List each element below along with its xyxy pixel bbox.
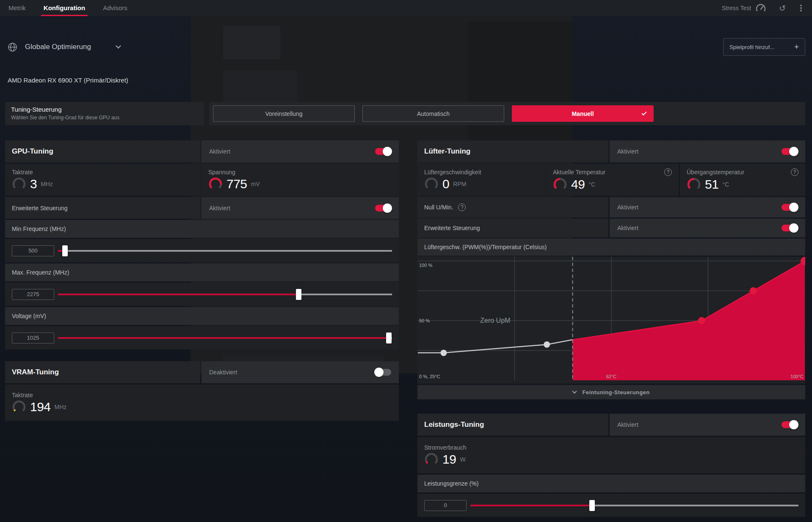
fan-curve-chart[interactable]: 100 %50 %0 %, 25°C62°C100°CZero UpM — [417, 257, 805, 384]
power-draw-label: Stromverbrauch — [424, 444, 467, 451]
svg-text:62°C: 62°C — [606, 374, 617, 379]
power-tuning-toggle[interactable] — [782, 421, 798, 428]
tab-konfiguration[interactable]: Konfiguration — [44, 0, 85, 16]
gpu-tuning-status: Aktiviert — [209, 148, 230, 155]
voltage-slider[interactable] — [58, 332, 392, 344]
current-temp-label: Aktuelle Temperatur — [553, 169, 605, 176]
gpu-tuning-panel: GPU-Tuning Aktiviert Taktrate 3 MHz Span… — [5, 140, 399, 349]
power-limit-slider[interactable] — [470, 500, 798, 511]
junction-temp-label: Übergangstemperatur — [687, 169, 744, 176]
fine-tuning-expander[interactable]: Feintuning-Steuerungen — [417, 385, 805, 399]
vram-clock-value: 194 — [30, 400, 51, 414]
min-frequency-label-cell: Min Frequenz (MHz) — [5, 220, 399, 238]
vram-tuning-title: VRAM-Tuning — [12, 368, 59, 376]
check-icon — [641, 110, 646, 115]
zero-rpm-status-cell: Aktiviert — [610, 197, 805, 217]
tuning-option-preset[interactable]: Voreinstellung — [213, 105, 355, 122]
help-icon[interactable] — [458, 203, 466, 211]
gpu-voltage-value: 775 — [226, 177, 247, 191]
tab-advisors[interactable]: Advisors — [103, 0, 127, 16]
fan-tuning-panel: Lüfter-Tuning Aktiviert Lüftergeschwindi… — [417, 140, 805, 399]
power-limit-input[interactable] — [424, 500, 467, 511]
gpu-name: AMD Radeon RX 6900 XT (Primär/Diskret) — [8, 77, 128, 84]
vram-tuning-header: VRAM-Tuning — [5, 361, 200, 383]
help-icon[interactable] — [664, 168, 672, 176]
profile-selector[interactable]: Globale Optimierung — [8, 41, 120, 53]
vram-tuning-toggle[interactable] — [375, 369, 391, 376]
power-limit-slider-cell — [417, 494, 805, 517]
gpu-tuning-toggle[interactable] — [375, 148, 391, 155]
fan-chart-title: Lüftergeschw. (PWM(%))/Temperatur (Celsi… — [424, 244, 547, 250]
slider-handle[interactable] — [62, 245, 68, 256]
gpu-clock-gauge: Taktrate 3 MHz — [5, 164, 200, 196]
max-frequency-input[interactable] — [12, 289, 54, 300]
tuning-option-manual[interactable]: Manuell — [512, 105, 654, 122]
voltage-label-cell: Voltage (mV) — [5, 307, 399, 325]
gpu-voltage-unit: mV — [251, 181, 260, 187]
profile-selector-label: Globale Optimierung — [25, 43, 91, 51]
tuning-level-options: Voreinstellung Automatisch Manuell — [209, 102, 805, 125]
chevron-down-icon — [116, 43, 121, 49]
add-game-profile-button[interactable]: Spielprofil hinzuf... — [723, 38, 805, 56]
gpu-tuning-header: GPU-Tuning — [5, 140, 200, 162]
vram-tuning-panel: VRAM-Tuning Deaktiviert Taktrate 194 MHz — [5, 361, 399, 421]
power-tuning-panel: Leistungs-Tuning Aktiviert Stromverbrauc… — [417, 414, 805, 517]
min-frequency-slider-cell — [5, 239, 399, 262]
help-icon[interactable] — [791, 168, 798, 176]
zero-rpm-toggle[interactable] — [782, 204, 798, 211]
globe-icon — [8, 42, 17, 52]
stress-test-button[interactable]: Stress Test — [722, 4, 766, 13]
voltage-label: Voltage (mV) — [12, 313, 46, 319]
dimmed-background-block — [223, 26, 280, 59]
vram-clock-label: Taktrate — [12, 392, 33, 398]
slider-handle[interactable] — [296, 289, 301, 300]
tuning-option-automatic[interactable]: Automatisch — [362, 105, 504, 122]
zero-rpm-label: Null U/Min. — [424, 204, 453, 211]
gpu-clock-value: 3 — [30, 177, 37, 191]
voltage-input[interactable] — [12, 332, 54, 343]
topbar-actions: Stress Test — [722, 3, 804, 13]
vram-clock-gauge: Taktrate 194 MHz — [5, 385, 399, 421]
slider-handle[interactable] — [589, 500, 595, 511]
fine-tuning-label: Feintuning-Steuerungen — [582, 389, 649, 396]
max-frequency-label: Max. Frequenz (MHz) — [12, 269, 69, 276]
reset-icon[interactable] — [779, 3, 786, 13]
fan-tuning-toggle[interactable] — [782, 148, 798, 155]
slider-handle[interactable] — [386, 332, 392, 343]
power-tuning-status-cell: Aktiviert — [610, 414, 805, 436]
min-frequency-slider[interactable] — [58, 245, 392, 257]
vram-clock-unit: MHz — [55, 404, 67, 410]
tab-metrik[interactable]: Metrik — [8, 0, 26, 16]
vram-tuning-status: Deaktiviert — [209, 369, 237, 376]
fan-chart-title-cell: Lüftergeschw. (PWM(%))/Temperatur (Celsi… — [417, 239, 805, 256]
fan-speed-value: 0 — [442, 177, 449, 191]
power-limit-label-cell: Leistungsgrenze (%) — [417, 475, 805, 492]
main-nav: Metrik Konfiguration Advisors — [8, 0, 127, 16]
fan-speed-gauge: Lüftergeschwindigkeit 0 RPM — [417, 164, 545, 196]
max-frequency-slider[interactable] — [58, 288, 392, 300]
gauge-icon — [755, 4, 766, 13]
max-frequency-label-cell: Max. Frequenz (MHz) — [5, 264, 399, 281]
tuning-control-bar: Tuning-Steuerung Wählen Sie den Tuning-G… — [5, 102, 805, 125]
fan-tuning-title: Lüfter-Tuning — [424, 147, 470, 156]
fan-tuning-header: Lüfter-Tuning — [417, 140, 608, 162]
overflow-menu-icon[interactable] — [800, 7, 802, 9]
tuning-option-label: Manuell — [572, 110, 594, 117]
fan-advanced-toggle[interactable] — [782, 225, 798, 231]
zero-rpm-label-cell: Null U/Min. — [417, 197, 608, 217]
min-frequency-input[interactable] — [12, 245, 54, 256]
gpu-advanced-control-label: Erweiterte Steuerung — [12, 205, 68, 212]
gpu-tuning-title: GPU-Tuning — [12, 147, 53, 156]
tuning-option-label: Automatisch — [417, 110, 450, 117]
stress-test-label: Stress Test — [722, 5, 751, 11]
current-temp-gauge: Aktuelle Temperatur 49 °C — [546, 164, 679, 196]
power-limit-label: Leistungsgrenze (%) — [424, 480, 478, 487]
svg-text:100 %: 100 % — [419, 263, 432, 268]
fan-advanced-status-cell: Aktiviert — [610, 219, 805, 237]
fan-speed-label: Lüftergeschwindigkeit — [424, 169, 481, 176]
vram-clock-gauge-icon — [12, 400, 26, 414]
gpu-advanced-toggle[interactable] — [375, 205, 391, 212]
svg-text:100°C: 100°C — [790, 374, 804, 379]
current-temp-value: 49 — [571, 177, 585, 192]
junction-temp-value: 51 — [705, 177, 718, 192]
